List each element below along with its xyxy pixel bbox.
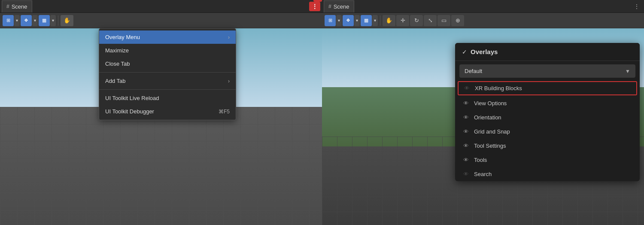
overlay-item-tools[interactable]: 👁 Tools <box>455 153 640 167</box>
overlay-item-tool-settings-label: Tool Settings <box>474 143 506 149</box>
snap-btn[interactable]: ⊞ <box>3 15 14 26</box>
tools-eye-icon: 👁 <box>462 157 470 163</box>
right-move-btn[interactable]: ✛ <box>396 15 409 26</box>
left-toolbar-group-2: ❖ ▾ <box>21 15 38 26</box>
menu-item-debugger-label: UI Toolkit Debugger <box>105 108 154 115</box>
search-eye-icon: 👁 <box>462 171 470 177</box>
menu-item-maximize[interactable]: Maximize <box>99 44 236 57</box>
overlay-item-orientation-label: Orientation <box>474 114 501 121</box>
overlays-dropdown-label: Default <box>465 68 482 74</box>
right-tab-label: Scene <box>334 3 349 10</box>
right-tab-bar: # Scene ⋮ <box>322 0 644 13</box>
pivot-dropdown[interactable]: ▾ <box>32 15 38 26</box>
left-scene-grid <box>0 107 322 225</box>
right-grid-btn[interactable]: ▦ <box>361 15 372 26</box>
scene-hash-icon: # <box>6 3 9 9</box>
menu-separator-2 <box>99 89 236 90</box>
view-options-eye-icon: 👁 <box>462 100 470 106</box>
right-toolbar-group-1: ⊞ ▾ <box>325 15 342 26</box>
left-scene-tab[interactable]: # Scene <box>2 0 32 12</box>
menu-separator-1 <box>99 72 236 73</box>
right-toolbar-group-2: ❖ ▾ <box>343 15 360 26</box>
left-tab-bar: # Scene ⋮ 1 <box>0 0 322 13</box>
menu-item-debugger[interactable]: UI Toolkit Debugger ⌘F5 <box>99 105 236 118</box>
xr-eye-icon: 👁 <box>463 85 471 91</box>
overlay-item-view-options[interactable]: 👁 View Options <box>455 96 640 110</box>
snap-dropdown[interactable]: ▾ <box>14 15 20 26</box>
hand-tool-btn[interactable]: ✋ <box>61 15 73 26</box>
overlay-item-view-options-label: View Options <box>474 100 507 106</box>
overlays-default-dropdown[interactable]: Default ▼ <box>459 64 635 78</box>
overlay-item-orientation[interactable]: 👁 Orientation <box>455 110 640 125</box>
left-toolbar: ⊞ ▾ ❖ ▾ ▦ ▾ ✋ <box>0 13 322 28</box>
overlays-panel: ✓ Overlays Default ▼ 2 👁 XR Building Blo… <box>455 43 640 181</box>
right-snap-dropdown[interactable]: ▾ <box>336 15 342 26</box>
overlay-item-search-label: Search <box>474 171 492 177</box>
right-rect-btn[interactable]: ▭ <box>437 15 450 26</box>
overlay-item-xr-wrapper: 2 👁 XR Building Blocks <box>455 81 640 95</box>
menu-item-add-tab-label: Add Tab <box>105 78 125 84</box>
right-pivot-btn[interactable]: ❖ <box>343 15 354 26</box>
menu-item-debugger-shortcut: ⌘F5 <box>219 109 230 115</box>
right-panel: # Scene ⋮ ⊞ ▾ ❖ ▾ ▦ ▾ ✋ ✛ ↻ ⤡ ▭ ⊕ <box>322 0 644 225</box>
overlay-item-tools-label: Tools <box>474 157 487 163</box>
menu-item-maximize-label: Maximize <box>105 47 129 54</box>
badge-1: 1 <box>313 0 322 2</box>
overlays-check-icon: ✓ <box>462 49 467 55</box>
right-snap-btn[interactable]: ⊞ <box>325 15 336 26</box>
right-scene-hash-icon: # <box>328 3 331 9</box>
right-hand-btn[interactable]: ✋ <box>383 15 395 26</box>
left-toolbar-group-1: ⊞ ▾ <box>3 15 20 26</box>
grid-btn[interactable]: ▦ <box>39 15 50 26</box>
menu-item-live-reload[interactable]: UI Toolkit Live Reload <box>99 91 236 105</box>
right-pivot-dropdown[interactable]: ▾ <box>354 15 360 26</box>
menu-item-add-tab-arrow: › <box>228 78 230 84</box>
left-toolbar-group-3: ▦ ▾ <box>39 15 56 26</box>
right-toolbar-group-3: ▦ ▾ <box>361 15 378 26</box>
right-rotate-btn[interactable]: ↻ <box>410 15 423 26</box>
right-grid-dropdown[interactable]: ▾ <box>372 15 378 26</box>
menu-item-overlay[interactable]: Overlay Menu › <box>99 30 236 44</box>
overlay-item-grid-snap-label: Grid and Snap <box>474 128 510 135</box>
overlays-dropdown-arrow: ▼ <box>625 68 630 74</box>
menu-item-overlay-label: Overlay Menu <box>105 34 140 40</box>
menu-item-close-tab-label: Close Tab <box>105 61 130 67</box>
orientation-eye-icon: 👁 <box>462 115 470 121</box>
overlays-header: ✓ Overlays <box>455 43 640 61</box>
pivot-btn[interactable]: ❖ <box>21 15 32 26</box>
right-toolbar: ⊞ ▾ ❖ ▾ ▦ ▾ ✋ ✛ ↻ ⤡ ▭ ⊕ <box>322 13 644 28</box>
toolbar-separator <box>58 15 58 26</box>
overlays-title: Overlays <box>471 48 498 55</box>
grid-snap-eye-icon: 👁 <box>462 129 470 135</box>
left-tab-label: Scene <box>12 3 27 10</box>
overlay-item-search[interactable]: 👁 Search <box>455 167 640 181</box>
tool-settings-eye-icon: 👁 <box>462 143 470 149</box>
overlay-item-xr-label: XR Building Blocks <box>475 85 522 91</box>
right-three-dots-button[interactable]: ⋮ <box>631 2 642 11</box>
left-dropdown-menu: Overlay Menu › Maximize Close Tab Add Ta… <box>99 28 236 120</box>
overlay-item-xr[interactable]: 👁 XR Building Blocks <box>458 81 637 95</box>
menu-item-overlay-arrow: › <box>228 34 230 40</box>
menu-item-close-tab[interactable]: Close Tab <box>99 57 236 70</box>
overlay-item-grid-and-snap[interactable]: 👁 Grid and Snap <box>455 125 640 139</box>
grid-dropdown[interactable]: ▾ <box>50 15 56 26</box>
overlay-item-tool-settings[interactable]: 👁 Tool Settings <box>455 139 640 153</box>
menu-item-add-tab[interactable]: Add Tab › <box>99 74 236 88</box>
menu-item-live-reload-label: UI Toolkit Live Reload <box>105 95 159 101</box>
right-all-btn[interactable]: ⊕ <box>451 15 464 26</box>
right-scale-btn[interactable]: ⤡ <box>424 15 437 26</box>
right-toolbar-separator <box>380 15 380 26</box>
right-scene-tab[interactable]: # Scene <box>324 0 354 12</box>
left-panel: # Scene ⋮ 1 ⊞ ▾ ❖ ▾ ▦ ▾ ✋ <box>0 0 322 225</box>
left-three-dots-button[interactable]: ⋮ <box>309 2 320 11</box>
